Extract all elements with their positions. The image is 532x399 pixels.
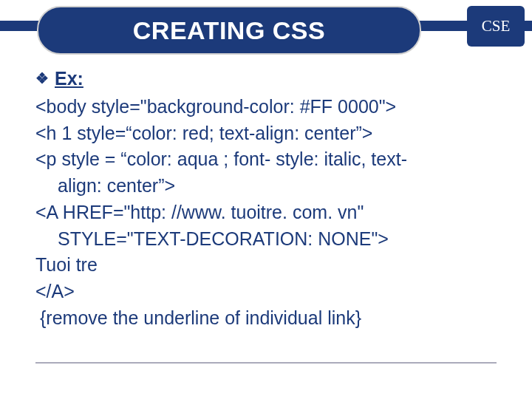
code-line: <h 1 style=“color: red; text-align: cent… <box>35 121 479 146</box>
footer-divider <box>35 362 497 364</box>
code-line: {remove the underline of individual link… <box>35 306 479 331</box>
course-badge: CSE <box>467 6 525 47</box>
diamond-bullet-icon: ❖ <box>35 69 49 89</box>
code-line: <p style = “color: aqua ; font- style: i… <box>35 147 479 172</box>
code-line: STYLE="TEXT-DECORATION: NONE"> <box>35 227 479 252</box>
code-line: Tuoi tre <box>35 253 479 278</box>
code-line: align: center”> <box>35 174 479 199</box>
slide-title-text: CREATING CSS <box>133 16 325 45</box>
example-heading: ❖ Ex: <box>35 66 479 92</box>
code-line: </A> <box>35 279 479 304</box>
slide-title: CREATING CSS <box>37 6 421 55</box>
badge-text: CSE <box>482 17 511 35</box>
example-label: Ex: <box>55 66 83 92</box>
slide-content: ❖ Ex: <body style="background-color: #FF… <box>35 66 479 332</box>
code-line: <body style="background-color: #FF 0000"… <box>35 95 479 120</box>
code-line: <A HREF="http: //www. tuoitre. com. vn" <box>35 200 479 225</box>
